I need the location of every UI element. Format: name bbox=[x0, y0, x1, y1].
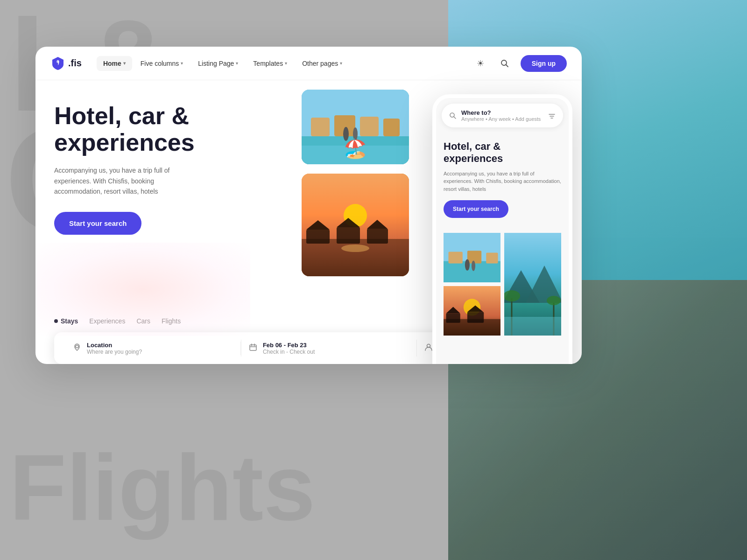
dates-label: Feb 06 - Feb 23 bbox=[263, 342, 315, 349]
svg-rect-43 bbox=[446, 314, 460, 323]
mobile-image-col-left bbox=[444, 233, 500, 336]
chevron-icon: ▾ bbox=[236, 61, 238, 66]
nav-right: ☀ Sign up bbox=[472, 55, 567, 72]
search-button[interactable] bbox=[496, 55, 513, 72]
svg-point-0 bbox=[56, 60, 59, 63]
mobile-search-sub: Anywhere • Any week • Add guests bbox=[461, 116, 543, 122]
svg-rect-9 bbox=[302, 146, 409, 164]
chevron-icon: ▾ bbox=[340, 61, 342, 66]
logo[interactable]: .fis bbox=[50, 56, 82, 71]
chevron-icon: ▾ bbox=[123, 61, 126, 66]
nav-item-listing[interactable]: Listing Page ▾ bbox=[191, 56, 245, 71]
svg-rect-45 bbox=[467, 312, 484, 323]
nav-item-five-columns[interactable]: Five columns ▾ bbox=[134, 56, 190, 71]
svg-point-11 bbox=[353, 127, 358, 140]
hero-image-top bbox=[302, 90, 409, 164]
svg-rect-37 bbox=[486, 253, 498, 264]
svg-point-39 bbox=[472, 261, 475, 271]
svg-rect-35 bbox=[449, 252, 463, 264]
svg-rect-17 bbox=[337, 227, 360, 244]
chevron-icon: ▾ bbox=[181, 61, 183, 66]
hero-image-bottom bbox=[302, 174, 409, 276]
mobile-search-content: Where to? Anywhere • Any week • Add gues… bbox=[461, 109, 543, 122]
hero-cta-button[interactable]: Start your search bbox=[54, 212, 141, 235]
mobile-image-bottom-left bbox=[444, 286, 500, 336]
hero-blob bbox=[35, 243, 250, 336]
hero-subtitle: Accompanying us, you have a trip full of… bbox=[54, 165, 204, 196]
svg-line-2 bbox=[506, 64, 508, 67]
mobile-images bbox=[436, 233, 569, 336]
theme-toggle-button[interactable]: ☀ bbox=[472, 55, 489, 72]
main-card: .fis Home ▾ Five columns ▾ Listing Page … bbox=[35, 47, 582, 364]
dates-content: Feb 06 - Feb 23 Check in - Check out bbox=[263, 342, 315, 355]
search-icon bbox=[500, 59, 509, 68]
svg-point-38 bbox=[465, 259, 470, 271]
svg-line-29 bbox=[454, 117, 456, 119]
mobile-image-top-left bbox=[444, 233, 500, 282]
svg-point-10 bbox=[343, 127, 349, 141]
guests-icon bbox=[424, 343, 433, 354]
mobile-search-bar[interactable]: Where to? Anywhere • Any week • Add gues… bbox=[442, 104, 563, 127]
mobile-search-icon bbox=[449, 112, 457, 119]
sun-icon: ☀ bbox=[477, 58, 484, 69]
navbar: .fis Home ▾ Five columns ▾ Listing Page … bbox=[35, 47, 582, 80]
mobile-cta-button[interactable]: Start your search bbox=[444, 200, 508, 218]
nav-item-home[interactable]: Home ▾ bbox=[97, 56, 132, 71]
logo-text: .fis bbox=[68, 58, 82, 69]
mobile-mockup: Where to? Anywhere • Any week • Add gues… bbox=[432, 94, 572, 364]
nav-item-other[interactable]: Other pages ▾ bbox=[296, 56, 349, 71]
chevron-icon: ▾ bbox=[285, 61, 287, 66]
svg-point-53 bbox=[547, 296, 561, 305]
mobile-hero-subtitle: Accompanying us, you have a trip full of… bbox=[444, 170, 561, 193]
logo-icon bbox=[50, 56, 65, 71]
mobile-hero-content: Hotel, car & experiences Accompanying us… bbox=[436, 133, 569, 233]
dates-sub: Check in - Check out bbox=[263, 349, 315, 355]
svg-rect-15 bbox=[306, 230, 330, 244]
mobile-search-title: Where to? bbox=[461, 109, 543, 116]
svg-rect-7 bbox=[360, 117, 379, 136]
mobile-filter-icon bbox=[548, 112, 556, 119]
hero-title: Hotel, car & experiences bbox=[54, 103, 250, 156]
mobile-hero-title: Hotel, car & experiences bbox=[444, 140, 561, 165]
svg-rect-8 bbox=[383, 119, 400, 136]
nav-item-templates[interactable]: Templates ▾ bbox=[247, 56, 294, 71]
nav-links: Home ▾ Five columns ▾ Listing Page ▾ Tem… bbox=[97, 56, 472, 71]
mobile-image-right bbox=[504, 233, 561, 336]
bg-deco-bottom: Flights bbox=[9, 434, 315, 541]
svg-rect-5 bbox=[311, 118, 330, 136]
svg-rect-19 bbox=[367, 229, 388, 244]
hero-section: Hotel, car & experiences Accompanying us… bbox=[35, 80, 582, 364]
hero-left: Hotel, car & experiences Accompanying us… bbox=[35, 80, 269, 364]
svg-rect-54 bbox=[504, 317, 561, 336]
svg-point-21 bbox=[341, 245, 369, 252]
signup-button[interactable]: Sign up bbox=[521, 55, 567, 72]
